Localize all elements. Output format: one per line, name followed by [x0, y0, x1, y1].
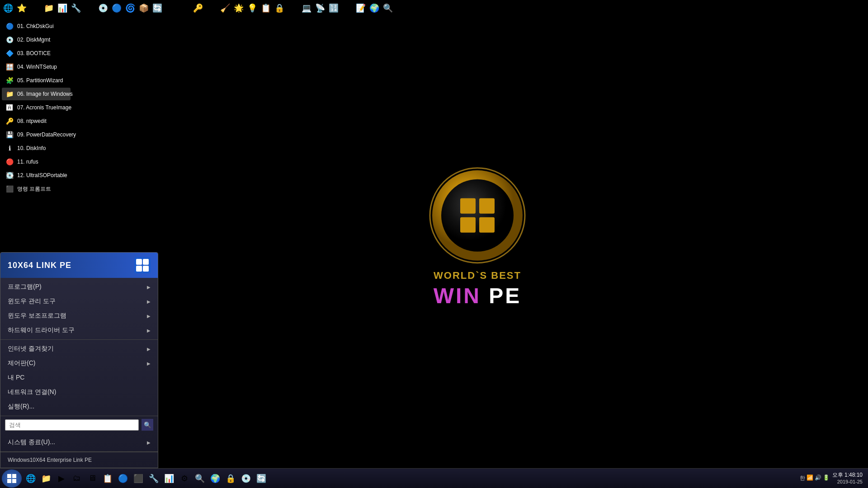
top-icon-28[interactable]: 🌍 [368, 2, 381, 14]
sidebar-icon-08: 🔑 [5, 116, 14, 126]
top-icon-26[interactable]: 🖨 [341, 2, 354, 14]
menu-item-win-accessories[interactable]: 윈도우 보조프로그램 ▶ [0, 309, 158, 323]
sidebar-item-03[interactable]: 🔷 03. BOOTICE [2, 47, 71, 60]
sidebar-item-09[interactable]: 💾 09. PowerDataRecovery [2, 128, 71, 141]
sidebar-item-13[interactable]: ⬛ 명령 프롬프트 [2, 183, 71, 195]
sidebar-item-01[interactable]: 🔵 01. ChkDskGui [2, 20, 71, 33]
clock: 오후 1:48:10 2019-01-25 [832, 472, 863, 485]
menu-item-hw-drivers[interactable]: 하드웨이 드라이버 도구 ▶ [0, 323, 158, 338]
top-icon-16[interactable]: 🖱 [205, 2, 218, 14]
top-icon-5[interactable]: 📊 [56, 2, 69, 14]
sidebar-label-07: 07. Acronis TrueImage [17, 104, 71, 111]
menu-item-run[interactable]: 실행(R)... [0, 399, 158, 414]
top-icon-4[interactable]: 📁 [42, 2, 55, 14]
taskbar-icon-5[interactable]: 🖥 [85, 470, 99, 487]
top-icon-1[interactable]: 🌐 [2, 2, 14, 14]
top-icon-20[interactable]: 📋 [259, 2, 272, 14]
lang-icon[interactable]: 한 [800, 474, 805, 482]
taskbar-icon-9[interactable]: 🔧 [146, 470, 161, 487]
taskbar-icon-11[interactable]: ⚙ [177, 470, 192, 487]
taskbar-icon-15[interactable]: 💿 [239, 470, 253, 487]
top-icon-12[interactable]: 🔄 [151, 2, 164, 14]
top-icon-19[interactable]: 💡 [246, 2, 259, 14]
sidebar-label-04: 04. WinNTSetup [17, 64, 57, 70]
arrow-icon: ▶ [147, 328, 151, 333]
top-icon-21[interactable]: 🔒 [273, 2, 286, 14]
sidebar-item-06[interactable]: 📁 06. Image for Windows [2, 88, 71, 100]
menu-item-win-tools[interactable]: 윈도우 관리 도구 ▶ [0, 294, 158, 309]
top-icon-10[interactable]: 🌀 [124, 2, 137, 14]
sidebar-item-12[interactable]: 💽 12. UltraISOPortable [2, 169, 71, 182]
top-icon-17[interactable]: 🧹 [219, 2, 231, 14]
top-icon-27[interactable]: 📝 [354, 2, 367, 14]
top-icon-30[interactable]: 🗑 [395, 2, 408, 14]
search-input[interactable] [5, 419, 139, 431]
top-icon-8[interactable]: 💿 [97, 2, 109, 14]
sidebar-item-07[interactable]: 🅰 07. Acronis TrueImage [2, 101, 71, 114]
start-menu-title: 10X64 LINK PE [8, 261, 71, 270]
menu-item-network[interactable]: 네트워크 연결(N) [0, 385, 158, 399]
taskbar-icon-8[interactable]: ⬛ [131, 470, 146, 487]
top-icon-23[interactable]: 💻 [300, 2, 313, 14]
menu-item-shutdown[interactable]: 시스템 종료(U)... ▶ [0, 435, 158, 450]
battery-icon: 🔋 [823, 474, 830, 482]
sidebar-icon-12: 💽 [5, 170, 14, 180]
audio-icon[interactable]: 🔊 [815, 474, 821, 482]
taskbar-icon-4[interactable]: 🗂 [70, 470, 84, 487]
menu-section-1: 프로그램(P) ▶ 윈도우 관리 도구 ▶ 윈도우 보조프로그램 ▶ 하드웨이 … [0, 278, 158, 340]
top-icon-3[interactable]: 🖥 [29, 2, 42, 14]
svg-rect-14 [7, 479, 11, 483]
taskbar-icon-6[interactable]: 📋 [100, 470, 115, 487]
taskbar-icon-14[interactable]: 🔒 [223, 470, 238, 487]
sidebar-icon-06: 📁 [5, 89, 14, 99]
desktop: 🌐 ⭐ 🖥 📁 📊 🔧 🛡 💿 🔵 🌀 📦 🔄 ⚙ 🗂 🔑 🖱 🧹 🌟 💡 📋 … [0, 0, 868, 488]
top-icon-2[interactable]: ⭐ [15, 2, 28, 14]
top-icon-7[interactable]: 🛡 [83, 2, 96, 14]
top-icon-22[interactable]: 🛠 [287, 2, 299, 14]
arrow-icon: ▶ [147, 347, 151, 352]
sidebar-icon-07: 🅰 [5, 103, 14, 113]
sidebar-item-04[interactable]: 🪟 04. WinNTSetup [2, 61, 71, 73]
sidebar-icon-04: 🪟 [5, 62, 14, 72]
taskbar: 🌐 📁 ▶ 🗂 🖥 📋 🔵 ⬛ 🔧 📊 ⚙ 🔍 🌍 🔒 💿 🔄 한 📶 🔊 🔋 [0, 468, 868, 488]
win-pe-label: WIN PE [428, 283, 527, 308]
sidebar-item-11[interactable]: 🔴 11. rufus [2, 155, 71, 168]
top-icon-14[interactable]: 🗂 [178, 2, 191, 14]
sidebar-label-08: 08. ntpwedit [17, 118, 47, 124]
top-icon-18[interactable]: 🌟 [232, 2, 245, 14]
svg-rect-11 [143, 266, 149, 272]
sidebar-item-02[interactable]: 💿 02. DiskMgmt [2, 33, 71, 46]
menu-item-programs[interactable]: 프로그램(P) ▶ [0, 280, 158, 294]
taskbar-icon-1[interactable]: 🌐 [24, 470, 38, 487]
sidebar: 🔵 01. ChkDskGui 💿 02. DiskMgmt 🔷 03. BOO… [0, 18, 72, 197]
taskbar-icon-13[interactable]: 🌍 [208, 470, 222, 487]
search-button[interactable]: 🔍 [142, 419, 153, 431]
menu-footer-label[interactable]: Windows10X64 Enterprise Link PE [5, 455, 153, 465]
menu-item-my-pc[interactable]: 내 PC [0, 371, 158, 385]
sidebar-item-08[interactable]: 🔑 08. ntpwedit [2, 115, 71, 127]
top-icon-25[interactable]: 🔢 [327, 2, 340, 14]
taskbar-icon-3[interactable]: ▶ [54, 470, 69, 487]
top-icon-24[interactable]: 📡 [314, 2, 326, 14]
start-button[interactable] [2, 469, 22, 488]
arrow-icon: ▶ [147, 314, 151, 319]
menu-item-internet[interactable]: 인터넷 즐겨찾기 ▶ [0, 342, 158, 356]
menu-item-control-panel[interactable]: 제어판(C) ▶ [0, 356, 158, 371]
top-icon-13[interactable]: ⚙ [165, 2, 177, 14]
top-icon-15[interactable]: 🔑 [192, 2, 204, 14]
taskbar-icon-16[interactable]: 🔄 [254, 470, 269, 487]
sidebar-item-05[interactable]: 🧩 05. PartitionWizard [2, 74, 71, 87]
sidebar-label-12: 12. UltraISOPortable [17, 172, 67, 178]
top-icon-6[interactable]: 🔧 [70, 2, 82, 14]
top-icon-29[interactable]: 🔍 [382, 2, 394, 14]
taskbar-icon-10[interactable]: 📊 [162, 470, 176, 487]
svg-point-2 [441, 179, 514, 252]
svg-rect-6 [479, 217, 495, 233]
taskbar-icon-7[interactable]: 🔵 [116, 470, 130, 487]
sidebar-item-10[interactable]: ℹ 10. DiskInfo [2, 142, 71, 155]
taskbar-icon-2[interactable]: 📁 [39, 470, 53, 487]
top-icon-11[interactable]: 📦 [137, 2, 150, 14]
svg-rect-10 [136, 266, 142, 272]
taskbar-icon-12[interactable]: 🔍 [193, 470, 207, 487]
top-icon-9[interactable]: 🔵 [110, 2, 123, 14]
